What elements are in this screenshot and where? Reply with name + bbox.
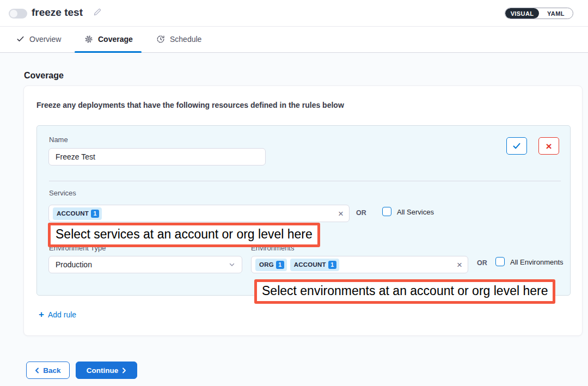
environment-org-tag[interactable]: ORG 1 (255, 259, 287, 271)
gear-icon (84, 35, 93, 44)
freeze-window-studio: freeze test VISUAL YAML Overview Coverag… (0, 0, 588, 386)
tag-count-badge: 1 (328, 261, 336, 269)
rule-panel: Name × Services ACCOUNT 1 × OR (36, 125, 571, 296)
coverage-card: Freeze any deployments that have the fol… (23, 85, 583, 336)
environments-or-label: OR (477, 259, 487, 267)
chevron-left-icon (35, 367, 39, 373)
delete-rule-button[interactable]: × (538, 137, 559, 155)
check-icon (16, 35, 24, 43)
top-header: freeze test VISUAL YAML (0, 0, 588, 27)
service-account-tag[interactable]: ACCOUNT 1 (53, 207, 102, 220)
tab-schedule[interactable]: Schedule (156, 27, 201, 51)
all-environments-label: All Environments (510, 258, 564, 266)
back-label: Back (43, 366, 60, 375)
tag-text: ORG (259, 261, 274, 268)
add-rule-label: Add rule (48, 310, 76, 319)
tag-count-badge: 1 (276, 261, 284, 269)
services-annotation-callout: Select services at an account or org lev… (48, 223, 320, 247)
x-icon: × (546, 141, 552, 151)
edit-pencil-icon[interactable] (93, 8, 102, 17)
services-label: Services (49, 189, 76, 197)
all-services-label: All Services (397, 208, 434, 216)
yaml-toggle-button[interactable]: YAML (539, 8, 573, 19)
tab-coverage-label: Coverage (98, 35, 133, 44)
rule-name-input[interactable] (48, 148, 266, 166)
clear-environments-icon[interactable]: × (457, 260, 462, 269)
rule-divider (49, 181, 561, 181)
tab-schedule-label: Schedule (170, 35, 201, 44)
check-icon (512, 142, 521, 150)
add-rule-button[interactable]: + Add rule (39, 310, 76, 319)
all-environments-checkbox[interactable] (495, 257, 505, 266)
clear-services-icon[interactable]: × (338, 209, 344, 218)
environments-annotation-callout: Select environments at an account or org… (254, 279, 555, 304)
back-button[interactable]: Back (26, 362, 70, 379)
name-label: Name (49, 136, 68, 144)
environment-type-select[interactable]: Production (48, 256, 242, 273)
all-services-checkbox[interactable] (382, 207, 391, 216)
schedule-clock-icon (156, 35, 165, 44)
environment-account-tag[interactable]: ACCOUNT 1 (290, 259, 339, 271)
apply-rule-button[interactable] (506, 137, 527, 155)
visual-toggle-button[interactable]: VISUAL (505, 8, 539, 19)
continue-label: Continue (87, 366, 119, 375)
page-title: freeze test (32, 7, 83, 19)
freeze-enabled-toggle[interactable] (9, 9, 27, 19)
tag-text: ACCOUNT (294, 261, 326, 268)
active-tab-underline (75, 51, 142, 53)
services-multiselect[interactable]: ACCOUNT 1 × (48, 205, 350, 222)
coverage-description: Freeze any deployments that have the fol… (36, 101, 344, 109)
continue-button[interactable]: Continue (76, 362, 137, 379)
tab-overview-label: Overview (29, 35, 61, 44)
environment-type-value: Production (56, 260, 92, 269)
tag-text: ACCOUNT (57, 210, 89, 217)
toggle-knob (10, 10, 17, 17)
visual-yaml-toggle: VISUAL YAML (505, 8, 573, 19)
studio-tabbar: Overview Coverage Schedule (0, 27, 588, 53)
coverage-section-title: Coverage (24, 71, 64, 81)
tag-count-badge: 1 (91, 210, 99, 218)
tab-coverage[interactable]: Coverage (84, 27, 133, 51)
services-or-label: OR (356, 209, 366, 217)
chevron-right-icon (122, 367, 126, 373)
plus-icon: + (39, 310, 44, 319)
chevron-down-icon (229, 261, 235, 268)
tab-overview[interactable]: Overview (16, 27, 61, 51)
environments-multiselect[interactable]: ORG 1 ACCOUNT 1 × (251, 256, 468, 273)
